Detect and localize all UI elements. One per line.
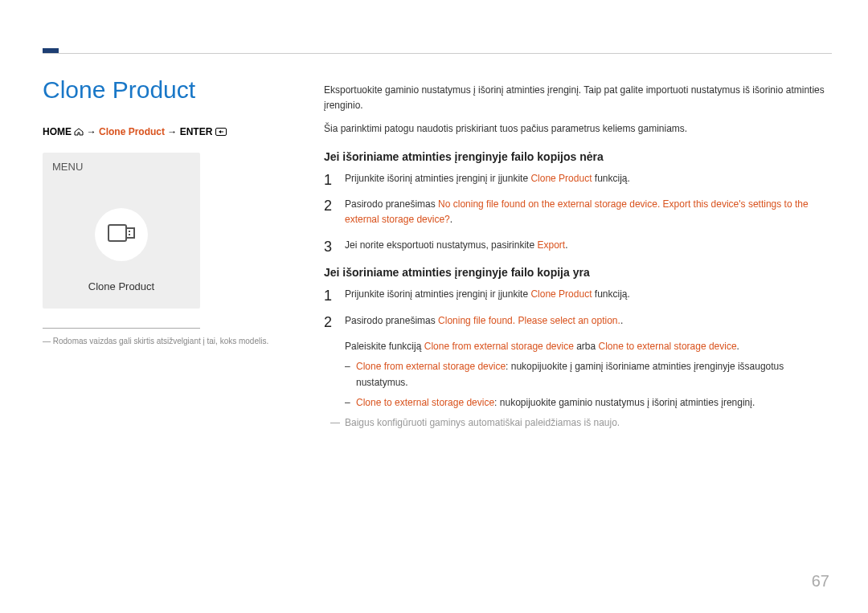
breadcrumb: HOME → Clone Product → ENTER [43,126,301,138]
step-text: . [450,214,452,225]
highlight-text: Clone from external storage device [424,341,574,352]
intro-paragraph-2: Šia parinktimi patogu naudotis priskiria… [324,121,832,137]
highlight-text: Clone Product [530,288,592,300]
svg-rect-2 [126,228,134,238]
right-column: Eksportuokite gaminio nustatymus į išori… [324,76,832,428]
page-content: Clone Product HOME → Clone Product → ENT… [43,76,832,428]
step-text: Prijunkite išorinį atminties įrenginį ir… [345,288,530,300]
sub-list: Clone from external storage device: nuko… [324,359,832,411]
intro-paragraph-1: Eksportuokite gaminio nustatymus į išori… [324,83,832,113]
highlight-text: Cloning file found. Please select an opt… [438,315,620,326]
svg-rect-4 [129,234,130,235]
page-number: 67 [812,572,829,591]
left-separator [43,328,200,329]
menu-preview-title: MENU [43,153,200,173]
highlight-text: Clone from external storage device [356,361,506,372]
section-heading-file-exists: Jei išoriniame atminties įrenginyje fail… [324,266,832,279]
step-item: Pasirodo pranešimas Cloning file found. … [324,313,832,329]
step-item: Jei norite eksportuoti nustatymus, pasir… [324,238,832,253]
run-text: arba [574,341,599,352]
image-disclaimer: ― Rodomas vaizdas gali skirtis atsižvelg… [43,337,301,345]
section-heading-no-file: Jei išoriniame atminties įrenginyje fail… [324,150,832,163]
steps-file-exists: Prijunkite išorinį atminties įrenginį ir… [324,287,832,328]
header-rule [43,53,832,54]
run-text: . [737,341,739,352]
usb-icon-circle [95,208,148,261]
step-item: Prijunkite išorinį atminties įrenginį ir… [324,287,832,302]
step-text: Pasirodo pranešimas [345,315,438,326]
sub-item: Clone from external storage device: nuko… [345,359,832,390]
step-text: Prijunkite išorinį atminties įrenginį ir… [345,173,530,184]
highlight-text: Clone Product [530,173,592,184]
step-text: . [565,239,567,251]
sub-item: Clone to external storage device: nukopi… [345,395,832,411]
svg-rect-1 [108,225,126,241]
step-item: Pasirodo pranešimas No cloning file foun… [324,197,832,227]
page-title: Clone Product [43,76,301,104]
highlight-text: Clone to external storage device [599,341,737,352]
step-item: Prijunkite išorinį atminties įrenginį ir… [324,171,832,186]
highlight-text: Clone to external storage device [356,397,494,408]
menu-preview: MENU Clone Product [43,153,200,309]
home-icon [74,127,84,138]
footnote: Baigus konfigūruoti gaminys automatiškai… [324,417,832,428]
enter-icon [215,127,227,138]
step-text: Jei norite eksportuoti nustatymus, pasir… [345,239,537,251]
steps-no-file: Prijunkite išorinį atminties įrenginį ir… [324,171,832,253]
breadcrumb-mid: Clone Product [99,126,165,137]
run-text: Paleiskite funkciją [345,341,424,352]
svg-rect-3 [129,231,130,232]
usb-icon [108,224,135,245]
preview-icon-wrap [43,173,200,280]
highlight-text: Export [537,239,565,251]
step-text: . [620,315,623,326]
step-text: funkciją. [592,173,629,184]
step-text: funkciją. [592,288,629,300]
step-text: Pasirodo pranešimas [345,198,438,210]
menu-preview-label: Clone Product [43,280,200,292]
left-column: Clone Product HOME → Clone Product → ENT… [43,76,324,428]
breadcrumb-enter: ENTER [180,126,213,137]
run-instruction: Paleiskite funkciją Clone from external … [324,339,832,354]
breadcrumb-home: HOME [43,126,72,137]
sub-text: : nukopijuokite gaminio nustatymus į išo… [494,397,755,408]
